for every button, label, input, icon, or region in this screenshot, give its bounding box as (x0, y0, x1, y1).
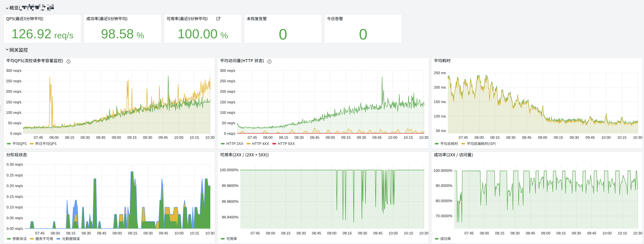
svg-text:08:00: 08:00 (266, 231, 275, 235)
svg-text:08:15: 08:15 (281, 231, 290, 235)
svg-text:08:45: 08:45 (522, 135, 531, 139)
svg-text:08:15: 08:15 (279, 135, 288, 139)
svg-text:10:30: 10:30 (205, 231, 214, 235)
svg-text:0 req/s: 0 req/s (224, 131, 235, 135)
svg-text:0 req/s: 0 req/s (10, 131, 22, 135)
svg-text:10:15: 10:15 (190, 135, 199, 139)
svg-text:08:00: 08:00 (263, 135, 272, 139)
svg-text:09:30: 09:30 (572, 231, 581, 235)
svg-text:09:15: 09:15 (556, 231, 566, 235)
svg-text:126.92: 126.92 (12, 26, 52, 41)
svg-text:0: 0 (359, 26, 368, 43)
svg-text:0.30 req/s: 0.30 req/s (6, 162, 23, 166)
svg-text:09:15: 09:15 (128, 231, 137, 235)
svg-text:09:30: 09:30 (358, 231, 367, 235)
svg-text:100.0000%: 100.0000% (220, 168, 238, 172)
svg-text:150 req/s: 150 req/s (220, 100, 235, 104)
svg-text:09:00: 09:00 (541, 231, 550, 235)
svg-text:250 req/s: 250 req/s (220, 79, 235, 83)
svg-text:10:15: 10:15 (404, 135, 413, 139)
svg-text:0.15 req/s: 0.15 req/s (6, 194, 23, 199)
svg-text:09:00: 09:00 (112, 231, 122, 235)
svg-text:100.00: 100.00 (178, 26, 218, 41)
svg-text:09:45: 09:45 (159, 231, 168, 235)
svg-text:0.05 req/s: 0.05 req/s (6, 216, 23, 220)
svg-text:100 req/s: 100 req/s (6, 111, 22, 115)
svg-text:250 req/s: 250 req/s (6, 79, 22, 83)
svg-text:08:30: 08:30 (510, 231, 520, 235)
svg-text:07:45: 07:45 (250, 231, 260, 235)
svg-text:%: % (136, 30, 144, 40)
svg-text:50 req/s: 50 req/s (222, 121, 235, 125)
svg-text:08:00: 08:00 (480, 231, 489, 235)
svg-text:10:15: 10:15 (404, 231, 413, 235)
svg-text:09:00: 09:00 (327, 231, 336, 235)
svg-text:0.20 req/s: 0.20 req/s (6, 184, 23, 188)
svg-text:0.25 req/s: 0.25 req/s (6, 173, 23, 177)
svg-text:200 req/s: 200 req/s (220, 89, 235, 94)
svg-text:08:45: 08:45 (312, 231, 321, 235)
svg-text:08:30: 08:30 (296, 231, 306, 235)
svg-text:10:15: 10:15 (617, 135, 626, 139)
svg-text:99.9800%: 99.9800% (222, 184, 238, 188)
svg-text:08:45: 08:45 (526, 231, 535, 235)
svg-text:200 req/s: 200 req/s (6, 89, 22, 94)
svg-text:07:45: 07:45 (248, 135, 257, 139)
svg-text:09:30: 09:30 (357, 135, 366, 139)
svg-text:09:15: 09:15 (554, 135, 563, 139)
svg-text:07:45: 07:45 (459, 135, 468, 139)
svg-text:08:30: 08:30 (506, 135, 516, 139)
svg-text:150 req/s: 150 req/s (6, 100, 22, 104)
svg-text:09:45: 09:45 (587, 231, 596, 235)
svg-text:0.00 req/s: 0.00 req/s (6, 227, 23, 231)
svg-text:250 ms: 250 ms (434, 71, 446, 75)
svg-text:10:30: 10:30 (205, 135, 214, 139)
svg-text:10:30: 10:30 (419, 135, 428, 139)
svg-text:09:45: 09:45 (158, 135, 168, 139)
svg-text:50 req/s: 50 req/s (8, 121, 22, 125)
svg-text:90.0000%: 90.0000% (436, 184, 452, 188)
svg-text:08:00: 08:00 (474, 135, 484, 139)
svg-text:300 req/s: 300 req/s (6, 68, 22, 73)
svg-text:09:15: 09:15 (341, 135, 350, 139)
svg-text:08:30: 08:30 (81, 135, 90, 139)
svg-text:09:00: 09:00 (326, 135, 335, 139)
svg-text:50 ms: 50 ms (436, 129, 446, 133)
svg-text:09:00: 09:00 (112, 135, 121, 139)
svg-text:0: 0 (279, 26, 287, 43)
svg-text:10:00: 10:00 (601, 135, 610, 139)
svg-text:98.58: 98.58 (101, 26, 134, 41)
svg-text:100.0000%: 100.0000% (434, 168, 452, 173)
svg-text:09:30: 09:30 (143, 135, 152, 139)
svg-text:80.0000%: 80.0000% (436, 199, 452, 203)
svg-text:09:45: 09:45 (586, 135, 595, 139)
svg-text:09:15: 09:15 (128, 135, 137, 139)
svg-text:08:30: 08:30 (82, 231, 91, 235)
svg-text:08:30: 08:30 (294, 135, 304, 139)
svg-text:10:00: 10:00 (388, 231, 398, 235)
svg-text:09:45: 09:45 (372, 135, 382, 139)
svg-text:08:45: 08:45 (97, 231, 106, 235)
svg-text:100 req/s: 100 req/s (220, 111, 235, 115)
svg-text:req/s: req/s (54, 30, 74, 40)
svg-text:09:30: 09:30 (570, 135, 579, 139)
svg-text:09:00: 09:00 (538, 135, 547, 139)
svg-text:09:30: 09:30 (144, 231, 153, 235)
svg-text:09:15: 09:15 (342, 231, 352, 235)
svg-text:99.9600%: 99.9600% (222, 199, 238, 204)
svg-text:10:00: 10:00 (174, 231, 184, 235)
svg-text:HTTP 4XX: HTTP 4XX (252, 142, 269, 146)
svg-text:150 ms: 150 ms (434, 100, 446, 104)
svg-text:10:30: 10:30 (633, 231, 642, 235)
svg-text:100 ms: 100 ms (434, 114, 446, 118)
svg-text:07:45: 07:45 (34, 135, 43, 139)
svg-text:08:45: 08:45 (310, 135, 320, 139)
svg-text:08:15: 08:15 (65, 135, 74, 139)
svg-text:10:30: 10:30 (419, 231, 428, 235)
svg-text:70.0000%: 70.0000% (436, 214, 452, 218)
svg-text:300 req/s: 300 req/s (220, 68, 235, 73)
svg-text:10:15: 10:15 (190, 231, 199, 235)
svg-text:10:00: 10:00 (174, 135, 183, 139)
svg-text:10:00: 10:00 (388, 135, 397, 139)
svg-text:09:45: 09:45 (373, 231, 382, 235)
